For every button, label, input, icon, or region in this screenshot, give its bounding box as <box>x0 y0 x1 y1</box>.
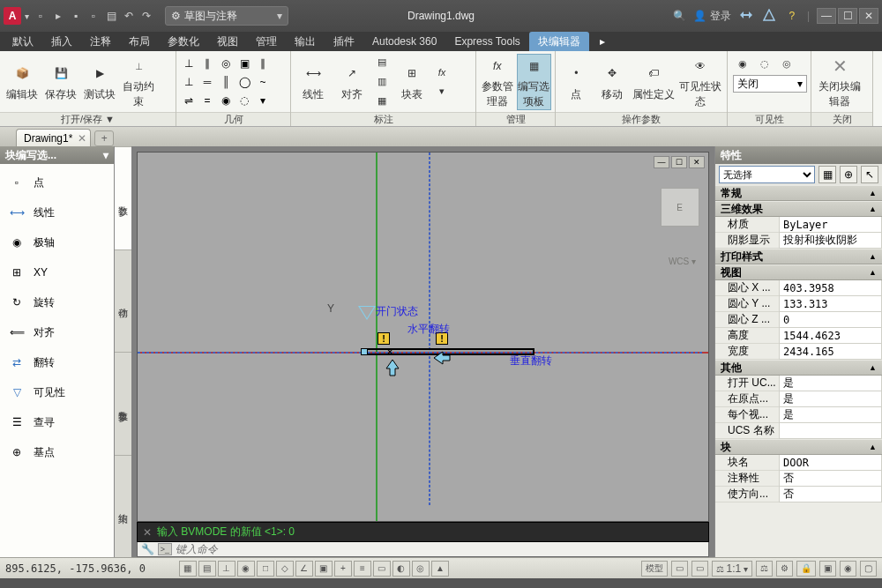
view-cube[interactable]: E <box>661 188 699 227</box>
auto-constrain-button[interactable]: ⟂自动约束 <box>120 54 157 110</box>
visibility-grip-icon[interactable] <box>358 306 376 320</box>
prop-value[interactable]: 1544.4623 <box>779 328 882 344</box>
vertical-icon[interactable]: ║ <box>217 73 235 91</box>
save-icon[interactable]: ▪ <box>68 8 84 24</box>
expand-cmd-icon[interactable]: ✕ <box>143 526 152 539</box>
move-action-button[interactable]: ✥移动 <box>595 54 630 110</box>
help-icon[interactable]: ? <box>784 8 800 24</box>
prop-value[interactable]: ByLayer <box>779 217 882 233</box>
palette-item-align[interactable]: ⟸对齐 <box>2 317 112 347</box>
osnap-toggle[interactable]: □ <box>257 561 274 577</box>
palette-item-point[interactable]: ▫点 <box>2 167 112 197</box>
close-button[interactable]: ✕ <box>859 8 878 24</box>
edit-block-button[interactable]: 📦编辑块 <box>4 54 41 110</box>
minimize-button[interactable]: — <box>817 8 836 24</box>
ortho-toggle[interactable]: ⊥ <box>218 561 235 577</box>
clean-screen-icon[interactable]: ▢ <box>860 561 877 577</box>
flip-arrow-up-icon[interactable] <box>383 358 402 377</box>
hide-icon[interactable]: ◌ <box>235 92 253 109</box>
palette-item-polar[interactable]: ◉极轴 <box>2 227 112 257</box>
palette-tab-params[interactable]: 参数 <box>115 146 131 249</box>
prop-value[interactable]: 0 <box>779 312 882 328</box>
tab-a360[interactable]: Autodesk 360 <box>363 32 445 51</box>
tab-manage[interactable]: 管理 <box>247 32 286 51</box>
select-objects-icon[interactable]: ↖ <box>861 166 878 183</box>
lwt-toggle[interactable]: ≡ <box>354 561 371 577</box>
app-menu-arrow[interactable]: ▾ <box>25 11 29 21</box>
qp-toggle[interactable]: ◐ <box>392 561 410 577</box>
smooth-icon[interactable]: ~ <box>254 73 272 91</box>
command-history[interactable]: ✕ 输入 BVMODE 的新值 <1>: 0 <box>137 522 709 542</box>
vis-3-icon[interactable]: ◎ <box>777 55 796 72</box>
app-logo[interactable]: A <box>4 7 21 25</box>
prop-value[interactable]: 2434.165 <box>779 344 882 360</box>
plot-icon[interactable]: ▤ <box>103 8 119 24</box>
sc-toggle[interactable]: ◎ <box>412 561 430 577</box>
prop-category[interactable]: 常规▲ <box>715 185 882 201</box>
point-param-button[interactable]: •点 <box>559 54 594 110</box>
prop-value[interactable]: 403.3958 <box>779 280 882 296</box>
show-icon[interactable]: ◉ <box>217 92 235 109</box>
layout2-icon[interactable]: ▭ <box>691 561 708 577</box>
coincident-icon[interactable]: ⊥ <box>180 55 198 72</box>
viewport-close-button[interactable]: ✕ <box>689 156 705 168</box>
close-tab-icon[interactable]: ✕ <box>78 132 86 145</box>
grip-start[interactable] <box>361 348 368 355</box>
palette-item-basepoint[interactable]: ⊕基点 <box>2 437 112 467</box>
palette-item-linear[interactable]: ⟷线性 <box>2 197 112 227</box>
equal-icon[interactable]: = <box>198 92 216 109</box>
palette-item-visibility[interactable]: ▽可见性 <box>2 377 112 407</box>
tab-extra-icon[interactable]: ▸ <box>589 32 616 51</box>
prop-value[interactable]: 是 <box>779 376 882 391</box>
more-icon[interactable]: ▾ <box>254 92 272 109</box>
prop-value[interactable] <box>779 423 882 439</box>
prop-value[interactable]: 是 <box>779 391 882 407</box>
3dosnap-toggle[interactable]: ◇ <box>276 561 294 577</box>
table-more-icon[interactable]: ▾ <box>432 83 452 100</box>
polar-toggle[interactable]: ◉ <box>237 561 255 577</box>
prop-category[interactable]: 其他▲ <box>715 360 882 376</box>
dim-more2-icon[interactable]: ▥ <box>372 73 392 91</box>
workspace-switch-icon[interactable]: ⚙ <box>776 561 793 577</box>
dim-more3-icon[interactable]: ▦ <box>372 93 392 110</box>
undo-icon[interactable]: ↶ <box>121 8 137 24</box>
tab-output[interactable]: 输出 <box>286 32 325 51</box>
test-block-button[interactable]: ▶测试块 <box>81 54 118 110</box>
otrack-toggle[interactable]: ∠ <box>295 561 313 577</box>
viewport-minimize-button[interactable]: — <box>654 156 669 168</box>
selection-dropdown[interactable]: 无选择 <box>719 166 815 183</box>
colinear-icon[interactable]: ∥ <box>198 55 216 72</box>
pickadd-icon[interactable]: ⊕ <box>840 166 857 183</box>
concentric-icon[interactable]: ◎ <box>217 55 235 72</box>
hardware-accel-icon[interactable]: ▣ <box>819 561 836 577</box>
warning-icon[interactable]: ! <box>377 332 390 345</box>
lock-ui-icon[interactable]: 🔒 <box>796 561 816 577</box>
vis-2-icon[interactable]: ◌ <box>755 55 774 72</box>
snap-toggle[interactable]: ▦ <box>179 561 197 577</box>
tab-addins[interactable]: 插件 <box>325 32 363 51</box>
vis-1-icon[interactable]: ◉ <box>733 55 752 72</box>
viewport-maximize-button[interactable]: ☐ <box>671 156 687 168</box>
tpy-toggle[interactable]: ▭ <box>373 561 391 577</box>
palette-item-rotate[interactable]: ↻旋转 <box>2 287 112 317</box>
annovis-toggle[interactable]: ⚖ <box>756 561 773 577</box>
saveas-icon[interactable]: ▫ <box>86 8 101 24</box>
command-input[interactable] <box>176 543 705 555</box>
isolate-icon[interactable]: ◉ <box>840 561 856 577</box>
authoring-palette-button[interactable]: ▦编写选项板 <box>517 54 552 110</box>
tab-insert[interactable]: 插入 <box>42 32 81 51</box>
maximize-button[interactable]: ☐ <box>838 8 857 24</box>
tab-blockeditor[interactable]: 块编辑器 <box>529 32 589 51</box>
prop-value[interactable]: 是 <box>779 407 882 423</box>
prop-value[interactable]: 否 <box>779 471 882 487</box>
palette-item-flip[interactable]: ⇄翻转 <box>2 347 112 377</box>
add-tab-button[interactable]: + <box>94 130 114 146</box>
prop-value[interactable]: 投射和接收阴影 <box>779 233 882 249</box>
prop-value[interactable]: DOOR <box>779 455 882 471</box>
palette-item-lookup[interactable]: ☰查寻 <box>2 407 112 437</box>
save-block-button[interactable]: 💾保存块 <box>42 54 79 110</box>
exchange-icon[interactable] <box>738 8 754 24</box>
prop-category[interactable]: 打印样式▲ <box>715 249 882 264</box>
tab-layout[interactable]: 布局 <box>120 32 159 51</box>
login-button[interactable]: 👤 登录 <box>693 9 731 24</box>
